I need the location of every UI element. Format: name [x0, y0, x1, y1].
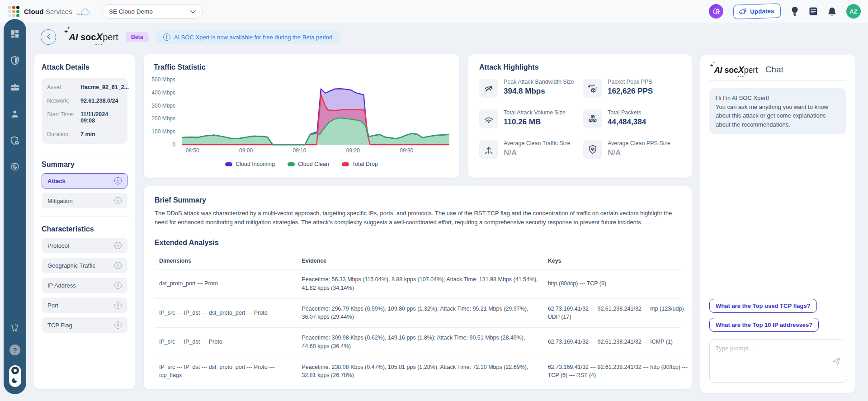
highlight-item: Peak Attack Bandwidth Size394.8 Mbps: [479, 79, 577, 98]
info-icon[interactable]: i: [114, 242, 122, 249]
highlight-label: Total Attack Volume Size: [504, 109, 566, 116]
toggle-knob: [11, 367, 19, 374]
page-header: + + AI soc X pert Beta i AI SOC Xpert is…: [41, 28, 340, 46]
sidebar-item-shield[interactable]: [10, 57, 20, 66]
briefcase-icon: [10, 82, 20, 94]
info-icon: i: [163, 33, 170, 41]
sidebar-item-briefcase[interactable]: [10, 83, 20, 93]
highlight-text: Packet Peak PPS162,626 PPS: [608, 79, 653, 96]
info-icon[interactable]: i: [114, 177, 122, 184]
highlight-value: 110.26 MB: [504, 118, 566, 127]
chat-title-suffix: Chat: [765, 65, 783, 75]
brand: Cloud Services: [8, 5, 90, 18]
y-axis-tick-label: 400 Mbps: [151, 90, 175, 96]
updates-button[interactable]: Updates: [733, 3, 781, 19]
brand-name-bold: Cloud: [24, 8, 44, 15]
chevron-left-icon: [47, 33, 51, 41]
clean-pps-icon: [583, 140, 602, 159]
analysis-table-header: DimensionsEvidenceKeys: [155, 253, 681, 269]
table-row: IP_src --- IP_dst --- ProtoPeacetime: 30…: [155, 328, 681, 357]
logo-pert: pert: [744, 66, 758, 75]
sidebar-item-shield-plus[interactable]: [10, 137, 20, 146]
info-icon[interactable]: i: [114, 262, 122, 269]
brief-summary-text: The DDoS attack was characterized by a m…: [155, 209, 675, 227]
summary-item-attack[interactable]: Attacki: [42, 173, 127, 189]
chart-x-axis: 08:5009:0009:1009:2009:30: [182, 147, 449, 156]
summary-items: AttackiMitigationi: [42, 173, 127, 208]
ai-assistant-icon[interactable]: [709, 4, 723, 19]
legend-swatch: [225, 162, 232, 166]
y-axis-tick-label: 300 Mbps: [151, 103, 175, 109]
attack-highlights-grid: Peak Attack Bandwidth Size394.8 MbpsPack…: [479, 79, 681, 159]
info-icon[interactable]: i: [114, 282, 122, 289]
characteristic-item-protocol[interactable]: Protocoli: [42, 238, 127, 253]
detail-label: Start Time:: [47, 111, 80, 124]
legend-item-cloud-incoming[interactable]: Cloud Incoming: [225, 161, 275, 167]
highlight-item: Total Attack Volume Size110.26 MB: [479, 109, 577, 128]
notes-icon[interactable]: [809, 7, 818, 16]
attack-details-title: Attack Details: [42, 63, 127, 71]
beta-banner-text: AI SOC Xpert is now available for free d…: [174, 34, 332, 41]
help-icon[interactable]: ?: [9, 344, 20, 355]
highlight-item: Packet Peak PPS162,626 PPS: [583, 79, 681, 98]
characteristic-item-port[interactable]: Porti: [42, 297, 127, 313]
highlight-value: 394.8 Mbps: [504, 87, 574, 96]
highlight-text: Average Clean Traffic SizeN/A: [504, 140, 571, 157]
sidebar-item-cart[interactable]: [9, 324, 19, 334]
characteristic-item-ip-address[interactable]: IP Addressi: [42, 278, 127, 293]
bell-icon[interactable]: [828, 7, 836, 16]
info-icon[interactable]: i: [114, 302, 122, 309]
y-axis-tick-label: 500 Mbps: [151, 76, 175, 83]
analysis-cell-evidence: Peacetime: 309.98 Kbps (0.62%), 149.16 p…: [302, 334, 539, 351]
extended-analysis-title: Extended Analysis: [155, 239, 681, 247]
chat-suggestion-chip[interactable]: What are the Top used TCP flags?: [709, 299, 817, 313]
info-icon[interactable]: i: [114, 197, 122, 204]
send-icon[interactable]: [832, 357, 841, 368]
logo-dots: [737, 75, 744, 77]
info-icon[interactable]: i: [114, 321, 122, 329]
detail-value: Hacme_92_61_2...: [80, 84, 129, 90]
lightbulb-icon[interactable]: [791, 6, 799, 16]
sidebar-item-ai-brain[interactable]: [10, 163, 20, 173]
sidebar-item-dashboard-grid[interactable]: [10, 30, 20, 40]
characteristic-item-tcp-flag[interactable]: TCP Flagi: [42, 317, 127, 333]
user-icon: [10, 109, 20, 121]
logo-ai: AI: [69, 32, 78, 42]
characteristic-item-label: IP Address: [47, 282, 76, 289]
legend-swatch: [288, 162, 295, 166]
highlight-item: Total Packets44,484,384: [583, 109, 681, 128]
theme-toggle[interactable]: [9, 365, 21, 387]
legend-item-total-drop[interactable]: Total Drop: [342, 161, 378, 167]
highlight-text: Peak Attack Bandwidth Size394.8 Mbps: [504, 79, 574, 96]
megaphone-icon: [738, 7, 747, 17]
characteristic-item-geographic-traffic[interactable]: Geographic Traffici: [42, 258, 127, 273]
summary-item-mitigation[interactable]: Mitigationi: [42, 193, 127, 208]
analysis-cell-dimensions: IP_src --- IP_dst --- Proto: [159, 338, 293, 346]
bandwidth-wave-icon: [479, 79, 498, 98]
analysis-cell-evidence: Peacetime: 56.33 Mbps (115.04%), 8.88 kp…: [302, 275, 539, 292]
chat-prompt-input[interactable]: [709, 340, 846, 383]
chat-suggestion-chip[interactable]: What are the Top 10 IP addresses?: [709, 318, 819, 332]
beta-banner: i AI SOC Xpert is now available for free…: [156, 30, 340, 44]
attack-details-box: Asset:Hacme_92_61_2...Network:92.61.238.…: [42, 78, 127, 144]
back-button[interactable]: [41, 29, 56, 45]
highlight-label: Packet Peak PPS: [608, 79, 653, 85]
sidebar-item-user[interactable]: [10, 110, 20, 120]
legend-item-cloud-clean[interactable]: Cloud Clean: [288, 161, 329, 167]
dashboard-grid-icon: [10, 29, 20, 41]
tenant-selector[interactable]: SE Cloud Demo: [102, 4, 203, 19]
analysis-cell-evidence: Peacetime: 296.79 Kbps (0.59%), 109.80 p…: [302, 305, 539, 322]
analysis-cell-evidence: Peacetime: 238.08 Kbps (0.47%), 105.81 p…: [302, 363, 539, 380]
logo-soc: soc: [724, 66, 738, 75]
sidebar-main-items: [10, 30, 20, 190]
extended-analysis-table: DimensionsEvidenceKeysdst_proto_port ---…: [155, 253, 681, 386]
brand-name: Cloud Services: [24, 8, 72, 15]
table-row: IP_src --- IP_dst --- dst_proto_port ---…: [155, 299, 681, 328]
chat-title: + + AI soc X pert Chat: [709, 63, 846, 81]
chat-welcome-line: Hi I'm AI SOC Xpert!: [716, 94, 840, 103]
logo-soc: soc: [80, 32, 96, 42]
sparkle-icon: +: [67, 26, 70, 30]
summary-title: Summary: [42, 160, 127, 169]
avatar[interactable]: AZ: [846, 4, 861, 19]
traffic-chart-plot: [182, 78, 449, 146]
